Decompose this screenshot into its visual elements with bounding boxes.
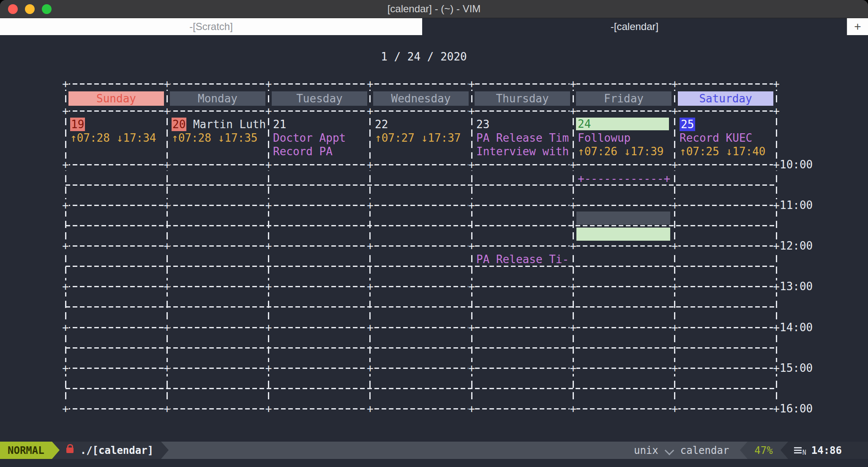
tab-bar: -[Scratch] -[calendar] +: [0, 18, 868, 35]
filename: ./[calendar]: [80, 445, 153, 456]
grid-hline: [66, 286, 776, 287]
grid-intersection: +: [671, 403, 678, 415]
grid-intersection: +: [265, 199, 272, 211]
grid-intersection: +: [671, 362, 678, 374]
grid-hline: [66, 110, 776, 112]
time-label: 13:00: [780, 280, 813, 293]
grid-intersection: +: [773, 403, 780, 415]
event-label[interactable]: Record KUEC: [680, 131, 774, 145]
grid-intersection: +: [62, 321, 69, 333]
zoom-button[interactable]: [42, 4, 52, 14]
traffic-lights: [8, 0, 52, 18]
grid-intersection: +: [671, 105, 678, 117]
sun-times: ↑07:27 ↓17:37: [375, 131, 469, 145]
minimize-button[interactable]: [25, 4, 35, 14]
event-label[interactable]: Record PA: [273, 145, 368, 158]
grid-intersection: +: [164, 321, 170, 333]
new-tab-button[interactable]: +: [847, 18, 868, 35]
statusline-spacer: [169, 442, 634, 459]
day-cell-friday[interactable]: 24 Followup ↑07:26 ↓17:39: [578, 118, 672, 158]
grid-intersection: +: [570, 240, 576, 252]
grid-halfhour-line: [66, 266, 776, 267]
powerline-arrow-icon: [52, 442, 60, 459]
day-number: 22: [375, 118, 388, 131]
grid-intersection: +: [62, 240, 69, 252]
grid-intersection: +: [367, 199, 374, 211]
event-label[interactable]: PA Release Tim: [476, 131, 571, 145]
tab-scratch[interactable]: -[Scratch]: [0, 18, 422, 35]
filetype: calendar: [680, 442, 729, 459]
grid-intersection: +: [773, 105, 780, 117]
day-number: 21: [273, 118, 286, 131]
grid-intersection: +: [62, 280, 69, 292]
event-label[interactable]: Doctor Appt: [273, 131, 368, 145]
grid-intersection: +: [62, 199, 69, 211]
event-block-green[interactable]: [576, 228, 670, 241]
sun-times: ↑07:26 ↓17:39: [578, 145, 672, 158]
grid-intersection: +: [468, 240, 475, 252]
event-block-gray[interactable]: [576, 212, 670, 225]
powerline-arrow-icon: [161, 442, 169, 459]
grid-intersection: +: [367, 362, 374, 374]
overflow-event-label[interactable]: PA Release Ti-: [476, 253, 569, 266]
grid-halfhour-line: [66, 388, 776, 389]
time-label: 14:00: [780, 321, 813, 334]
grid-intersection: +: [468, 199, 475, 211]
fileformat: unix: [634, 442, 658, 459]
grid-hline: [66, 245, 776, 247]
grid-intersection: +: [265, 321, 272, 333]
line-symbol: N: [802, 449, 806, 456]
grid-intersection: +: [164, 105, 170, 117]
mode-indicator: NORMAL: [0, 442, 52, 459]
day-number: 19: [70, 118, 85, 131]
grid-halfhour-line: [66, 306, 776, 308]
day-cell-thursday[interactable]: 23 PA Release Tim Interview with: [476, 118, 571, 158]
macos-window: [calendar] - (~) - VIM -[Scratch] -[cale…: [0, 0, 868, 467]
grid-intersection: +: [164, 362, 170, 374]
time-label: 16:00: [780, 402, 813, 415]
day-cell-monday[interactable]: 20 Martin Luth ↑07:28 ↓17:35: [172, 118, 266, 145]
grid-intersection: +: [773, 78, 780, 90]
grid-halfhour-line: [66, 347, 776, 349]
position-segment: N 14:86: [788, 442, 868, 459]
grid-intersection: +: [671, 78, 678, 90]
powerline-arrow-icon: [781, 442, 788, 459]
grid-intersection: +: [468, 280, 475, 292]
grid-intersection: +: [164, 403, 170, 415]
scroll-segment: 47%: [748, 442, 788, 459]
tab-calendar[interactable]: -[calendar]: [422, 18, 847, 35]
grid-intersection: +: [468, 403, 475, 415]
event-label[interactable]: Followup: [578, 131, 672, 145]
grid-intersection: +: [671, 240, 678, 252]
event-label[interactable]: Interview with: [476, 145, 571, 158]
grid-intersection: +: [367, 105, 374, 117]
time-label: 11:00: [780, 198, 813, 212]
grid-intersection: +: [62, 403, 69, 415]
time-label: 12:00: [780, 239, 813, 253]
day-header-thursday: Thursday: [475, 91, 570, 106]
day-cell-saturday[interactable]: 25 Record KUEC ↑07:25 ↓17:40: [680, 118, 774, 158]
command-line: [0, 459, 868, 467]
grid-intersection: +: [773, 362, 780, 374]
day-cell-sunday[interactable]: 19 ↑07:28 ↓17:34: [70, 118, 165, 145]
grid-intersection: +: [773, 199, 780, 211]
close-button[interactable]: [8, 4, 18, 14]
grid-intersection: +: [570, 105, 576, 117]
day-cell-tuesday[interactable]: 21 Doctor Appt Record PA: [273, 118, 368, 158]
today-highlight: 24: [576, 118, 669, 130]
titlebar: [calendar] - (~) - VIM: [0, 0, 868, 18]
grid-intersection: +: [62, 105, 69, 117]
grid-hline: [66, 327, 776, 328]
line-number-icon: [794, 447, 802, 453]
day-cell-wednesday[interactable]: 22 ↑07:27 ↓17:37: [375, 118, 469, 145]
grid-intersection: +: [265, 78, 272, 90]
separator-chevron-icon: [664, 445, 674, 455]
day-number: 23: [476, 118, 489, 131]
grid-intersection: +: [671, 159, 678, 170]
grid-intersection: +: [164, 240, 170, 252]
grid-intersection: +: [367, 240, 374, 252]
lock-icon: [66, 448, 74, 453]
grid-intersection: +: [367, 159, 374, 170]
day-header-wednesday: Wednesday: [373, 91, 469, 106]
day-header-tuesday: Tuesday: [272, 91, 367, 106]
